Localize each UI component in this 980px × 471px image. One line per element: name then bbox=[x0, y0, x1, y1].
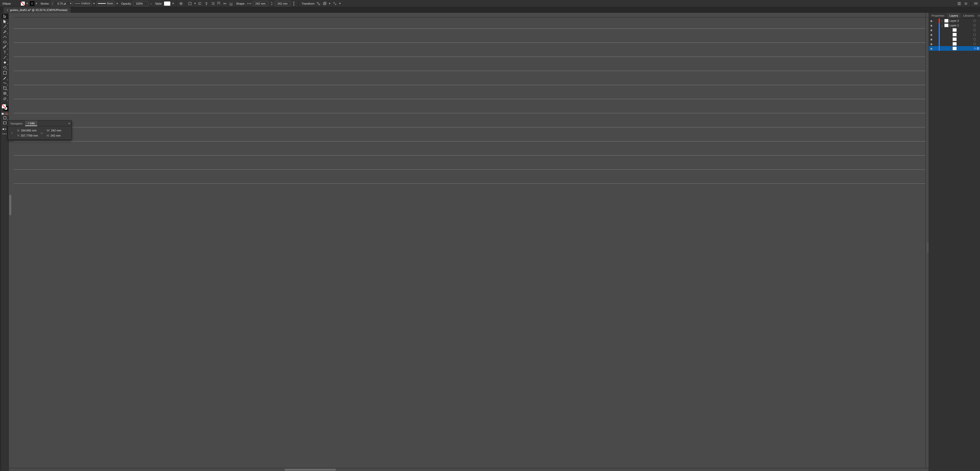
gradient-tool-icon[interactable] bbox=[2, 70, 8, 75]
shape-height-input[interactable] bbox=[275, 2, 290, 5]
layer-name[interactable]: Layer 2 bbox=[950, 19, 972, 22]
scrollbar-thumb[interactable] bbox=[285, 469, 336, 471]
transform-label[interactable]: Transform bbox=[300, 2, 315, 5]
align-right-icon[interactable] bbox=[210, 1, 215, 6]
direct-selection-tool-icon[interactable] bbox=[2, 19, 8, 24]
chevron-down-icon[interactable]: ▾ bbox=[92, 1, 95, 6]
layer-name[interactable]: Layer 1 bbox=[950, 24, 972, 27]
chevron-right-icon[interactable]: › bbox=[150, 1, 153, 6]
stroke-swatch-icon[interactable] bbox=[30, 1, 34, 6]
layer-row[interactable]: ◉ bbox=[929, 32, 980, 37]
chevron-down-icon[interactable]: ▾ bbox=[35, 1, 38, 6]
panel-menu-icon[interactable] bbox=[973, 1, 978, 6]
recolor-artwork-icon[interactable] bbox=[178, 1, 184, 6]
layer-row[interactable]: ◉ bbox=[929, 41, 980, 46]
ruler-origin[interactable] bbox=[14, 13, 926, 17]
stroke-profile-dropdown[interactable]: Uniform bbox=[73, 1, 92, 6]
tab-info[interactable]: ◇Info bbox=[25, 121, 37, 126]
panel-menu-icon[interactable]: ≡ bbox=[977, 13, 980, 18]
target-icon[interactable] bbox=[973, 19, 976, 22]
chevron-down-icon[interactable]: ▾ bbox=[116, 1, 119, 6]
opacity-field[interactable] bbox=[133, 1, 148, 6]
stroke-weight-field[interactable]: ▲▼ ▾ bbox=[51, 1, 73, 6]
align-hcenter-icon[interactable] bbox=[204, 1, 209, 6]
more-tools-icon[interactable]: ••• bbox=[2, 132, 8, 136]
chevron-down-icon[interactable]: ▾ bbox=[194, 1, 197, 6]
visibility-icon[interactable]: ◉ bbox=[929, 43, 934, 45]
stroke-weight-input[interactable] bbox=[54, 2, 69, 5]
visibility-icon[interactable]: ◉ bbox=[929, 19, 934, 22]
eyedropper-tool-icon[interactable] bbox=[2, 75, 8, 81]
edit-toolbar-button[interactable] bbox=[2, 127, 8, 132]
chevron-down-icon[interactable]: ▾ bbox=[25, 1, 29, 6]
fill-swatch-icon[interactable] bbox=[21, 1, 25, 6]
layer-row[interactable]: ◉ bbox=[929, 46, 980, 51]
tab-navigator[interactable]: Navigator bbox=[8, 121, 25, 126]
type-tool-icon[interactable] bbox=[2, 50, 8, 55]
brush-definition-dropdown[interactable]: Basic bbox=[97, 1, 115, 6]
link-icon[interactable] bbox=[269, 2, 274, 6]
eraser-tool-icon[interactable] bbox=[2, 96, 8, 101]
panel-collapse-handle[interactable] bbox=[927, 243, 929, 253]
chevron-down-icon[interactable]: ▼ bbox=[51, 3, 54, 5]
disclosure-icon[interactable]: ⌄ bbox=[941, 24, 943, 27]
tab-grip-icon[interactable] bbox=[0, 7, 3, 13]
horizontal-scrollbar[interactable] bbox=[9, 468, 929, 471]
rotate-tool-icon[interactable] bbox=[2, 65, 8, 70]
ellipse-tool-icon[interactable] bbox=[2, 40, 8, 44]
align-vcenter-icon[interactable] bbox=[222, 1, 228, 6]
chevron-down-icon[interactable]: ▾ bbox=[339, 1, 342, 6]
stroke-swatch-group[interactable]: ▾ bbox=[30, 1, 38, 6]
edit-toolbar-icon[interactable] bbox=[957, 1, 962, 6]
shape-builder-tool-icon[interactable] bbox=[2, 60, 8, 65]
tab-layers[interactable]: Layers bbox=[947, 13, 961, 18]
align-top-icon[interactable] bbox=[216, 1, 221, 6]
visibility-icon[interactable]: ◉ bbox=[929, 47, 934, 50]
magic-wand-tool-icon[interactable] bbox=[2, 24, 8, 29]
scrollbar-thumb[interactable] bbox=[9, 195, 11, 215]
visibility-icon[interactable]: ◉ bbox=[929, 29, 934, 32]
tab-libraries[interactable]: Libraries bbox=[961, 13, 977, 18]
target-icon[interactable] bbox=[973, 29, 976, 31]
line-segment-tool-icon[interactable] bbox=[2, 55, 8, 60]
screen-mode-icon[interactable] bbox=[2, 121, 8, 125]
tab-properties[interactable]: Properties bbox=[929, 13, 947, 18]
isolate-icon[interactable] bbox=[316, 1, 321, 6]
horizontal-ruler[interactable]: 3002502001501005005010015020025030035040… bbox=[926, 13, 929, 17]
layer-row[interactable]: ◉ bbox=[929, 37, 980, 41]
curvature-tool-icon[interactable] bbox=[2, 34, 8, 40]
close-icon[interactable]: × bbox=[7, 8, 8, 11]
draw-mode-icon[interactable] bbox=[2, 115, 8, 121]
disclosure-icon[interactable]: › bbox=[941, 19, 943, 22]
chevron-down-icon[interactable]: ▾ bbox=[69, 1, 72, 6]
align-bottom-icon[interactable] bbox=[229, 1, 234, 6]
fill-swatch-group[interactable]: ▾ bbox=[21, 1, 29, 6]
target-icon[interactable] bbox=[973, 33, 976, 36]
vertical-scrollbar[interactable] bbox=[9, 13, 14, 468]
free-transform-tool-icon[interactable] bbox=[2, 86, 8, 91]
target-icon[interactable] bbox=[973, 43, 976, 45]
select-similar-dropdown[interactable] bbox=[332, 1, 337, 6]
essentials-dropdown[interactable] bbox=[963, 1, 969, 6]
shape-width-input[interactable] bbox=[253, 2, 268, 5]
canvas[interactable] bbox=[926, 17, 929, 468]
target-icon[interactable] bbox=[974, 48, 976, 49]
opacity-input[interactable] bbox=[133, 2, 145, 5]
paintbrush-tool-icon[interactable] bbox=[2, 44, 8, 50]
pen-tool-icon[interactable] bbox=[2, 29, 8, 34]
shape-height-field[interactable] bbox=[275, 1, 290, 6]
vertical-ruler[interactable]: 50050100150200250300350400450500 bbox=[14, 17, 926, 468]
layer-row[interactable]: ◉⌄Layer 1 bbox=[929, 23, 980, 28]
visibility-icon[interactable]: ◉ bbox=[929, 33, 934, 36]
arrange-dropdown[interactable] bbox=[322, 1, 327, 6]
target-icon[interactable] bbox=[973, 38, 976, 41]
visibility-icon[interactable]: ◉ bbox=[929, 38, 934, 41]
align-to-dropdown[interactable] bbox=[188, 1, 192, 6]
align-left-icon[interactable] bbox=[198, 1, 203, 6]
color-mode-icons[interactable] bbox=[2, 113, 8, 115]
panel-menu-icon[interactable]: ≡ bbox=[68, 122, 70, 125]
layer-row[interactable]: ◉ bbox=[929, 28, 980, 32]
visibility-icon[interactable]: ◉ bbox=[929, 24, 934, 27]
width-tool-icon[interactable] bbox=[2, 81, 8, 86]
shape-width-field[interactable] bbox=[253, 1, 268, 6]
